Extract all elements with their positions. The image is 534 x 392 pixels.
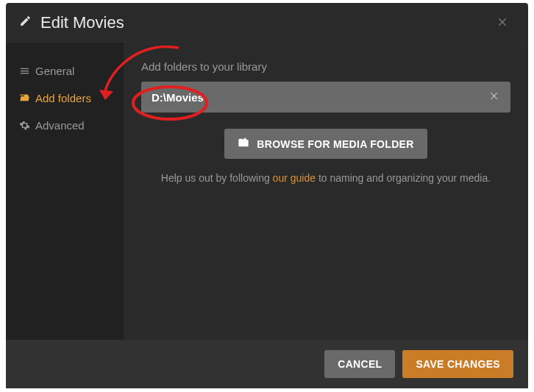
list-icon [19, 65, 35, 76]
section-label: Add folders to your library [141, 60, 510, 73]
modal-header: Edit Movies [6, 3, 528, 43]
our-guide-link[interactable]: our guide [273, 172, 316, 184]
sidebar-item-label: General [35, 65, 74, 77]
modal-title: Edit Movies [40, 13, 124, 32]
save-changes-button[interactable]: SAVE CHANGES [402, 350, 513, 378]
modal-body: General Add folders Advanced Add folders… [6, 43, 528, 340]
sidebar: General Add folders Advanced [6, 43, 124, 340]
help-text: Help us out by following our guide to na… [141, 172, 510, 184]
sidebar-item-add-folders[interactable]: Add folders [6, 85, 124, 112]
browse-wrap: BROWSE FOR MEDIA FOLDER [141, 129, 510, 159]
cancel-button[interactable]: CANCEL [324, 350, 395, 378]
help-text-prefix: Help us out by following [161, 172, 273, 184]
modal-footer: CANCEL SAVE CHANGES [6, 340, 528, 388]
main-panel: Add folders to your library D:\Movies BR… [124, 43, 528, 340]
help-text-suffix: to naming and organizing your media. [316, 172, 491, 184]
browse-media-folder-button[interactable]: BROWSE FOR MEDIA FOLDER [224, 129, 427, 159]
edit-library-modal: Edit Movies General Add folders [6, 3, 528, 388]
browse-button-label: BROWSE FOR MEDIA FOLDER [257, 138, 413, 150]
cancel-button-label: CANCEL [338, 358, 382, 370]
sidebar-item-advanced[interactable]: Advanced [6, 112, 124, 139]
remove-folder-button[interactable] [486, 87, 503, 108]
sidebar-item-label: Advanced [35, 119, 85, 132]
close-icon [489, 90, 500, 104]
folder-row: D:\Movies [141, 82, 510, 113]
svg-rect-1 [243, 139, 246, 140]
gear-icon [19, 120, 35, 131]
close-button[interactable] [491, 10, 515, 35]
folder-path: D:\Movies [152, 91, 204, 104]
folder-open-icon [19, 93, 35, 104]
pencil-icon [19, 15, 32, 30]
sidebar-item-general[interactable]: General [6, 57, 124, 85]
sidebar-item-label: Add folders [35, 92, 91, 104]
save-button-label: SAVE CHANGES [416, 358, 500, 370]
close-icon [497, 13, 509, 32]
folder-plus-icon [238, 137, 249, 151]
